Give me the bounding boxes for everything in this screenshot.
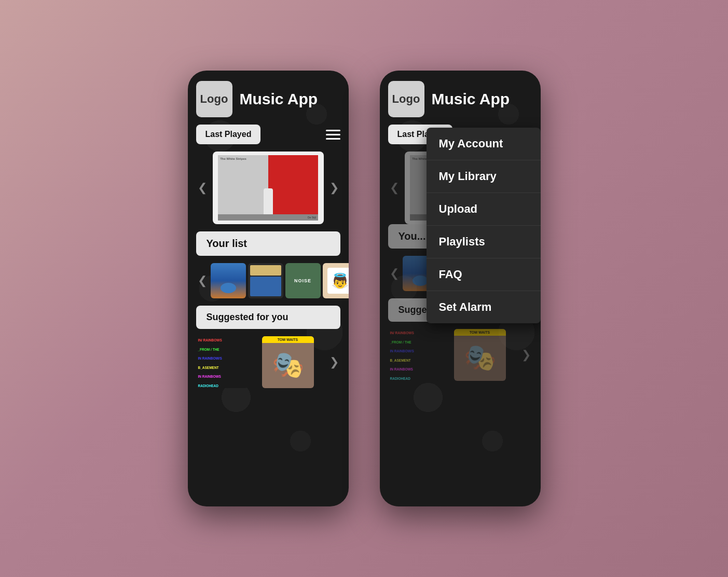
app-title-right: Music App <box>432 90 510 108</box>
phone-left: Logo Music App Last Played ❮ <box>188 71 349 506</box>
suggested-button-left[interactable]: Suggested for you <box>196 306 340 329</box>
ws-title-left: The White Stripes <box>220 157 246 160</box>
your-list-button-left[interactable]: Your list <box>196 231 340 256</box>
album-radiohead-right: IN/ RAINBOWS _FROM / THE IN RAINBOW/S B_… <box>388 329 440 381</box>
last-played-button-left[interactable]: Last Played <box>196 125 261 144</box>
logo-right: Logo <box>388 81 424 117</box>
album-ocean-left <box>211 263 246 298</box>
small-albums-row-left: ❮ NOISE 👼 ❯ <box>196 263 340 298</box>
prev-arrow-right: ❮ <box>388 181 401 195</box>
header-right: Logo Music App <box>388 81 532 117</box>
menu-item-set-alarm[interactable]: Set Alarm <box>427 291 541 323</box>
album-sbg-left <box>248 263 283 298</box>
menu-item-my-account[interactable]: My Account <box>427 128 541 160</box>
next-arrow-suggested-left[interactable]: ❯ <box>328 355 340 369</box>
album-tomwaits-right: TOM WAITS 🎭 <box>454 329 506 381</box>
app-title-left: Music App <box>240 90 318 108</box>
album-cover-large-left: The White Stripes De Stijl <box>213 152 324 224</box>
logo-left: Logo <box>196 81 232 117</box>
menu-item-faq[interactable]: FAQ <box>427 258 541 291</box>
last-played-carousel-left: ❮ The White Stripes De Stijl ❯ <box>196 152 340 224</box>
next-arrow-left[interactable]: ❯ <box>328 181 340 195</box>
tw-title-left: TOM WAITS <box>262 336 314 343</box>
phone-right: Logo Music App Last Played ❮ <box>380 71 541 506</box>
album-tomwaits-left: TOM WAITS 🎭 <box>262 336 314 388</box>
menu-item-my-library[interactable]: My Library <box>427 160 541 193</box>
prev-arrow-left[interactable]: ❮ <box>196 181 209 195</box>
toolbar-left: Last Played <box>196 125 340 144</box>
hamburger-button-left[interactable] <box>326 130 340 140</box>
album-nirvana-left: 👼 <box>323 263 349 298</box>
album-radiohead-left: IN/ RAINBOWS _FROM / THE IN RAINBOW/S B_… <box>196 336 248 388</box>
menu-item-playlists[interactable]: Playlists <box>427 226 541 258</box>
album-noise-left: NOISE <box>285 263 321 298</box>
suggested-row-left: IN/ RAINBOWS _FROM / THE IN RAINBOW/S B_… <box>196 336 340 388</box>
prev-arrow-list-left[interactable]: ❮ <box>196 274 209 287</box>
dropdown-menu: My Account My Library Upload Playlists F… <box>427 128 541 323</box>
header-left: Logo Music App <box>196 81 340 117</box>
suggested-row-right: IN/ RAINBOWS _FROM / THE IN RAINBOW/S B_… <box>388 329 532 381</box>
menu-item-upload[interactable]: Upload <box>427 193 541 226</box>
